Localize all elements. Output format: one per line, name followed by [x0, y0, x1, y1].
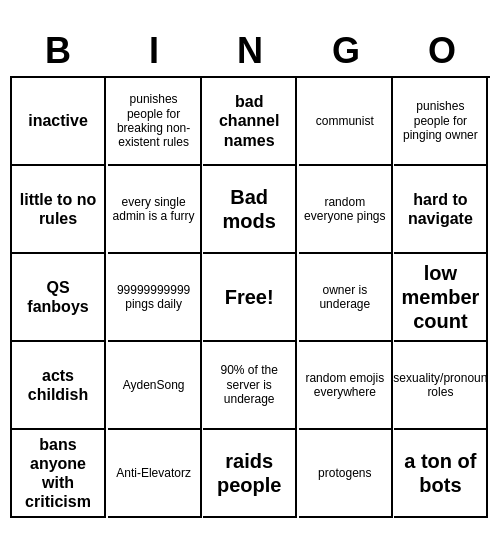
bingo-cell-19[interactable]: sexuality/pronoun roles	[394, 342, 488, 430]
bingo-cell-15[interactable]: acts childish	[12, 342, 106, 430]
bingo-cell-1[interactable]: punishes people for breaking non-existen…	[108, 78, 202, 166]
bingo-cell-16[interactable]: AydenSong	[108, 342, 202, 430]
bingo-cell-11[interactable]: 99999999999 pings daily	[108, 254, 202, 342]
bingo-cell-7[interactable]: Bad mods	[203, 166, 297, 254]
bingo-cell-21[interactable]: Anti-Elevatorz	[108, 430, 202, 518]
bingo-cell-10[interactable]: QS fanboys	[12, 254, 106, 342]
letter-g: G	[302, 30, 390, 72]
bingo-cell-9[interactable]: hard to navigate	[394, 166, 488, 254]
bingo-cell-4[interactable]: punishes people for pinging owner	[394, 78, 488, 166]
bingo-grid: inactivepunishes people for breaking non…	[10, 76, 490, 518]
bingo-card: B I N G O inactivepunishes people for br…	[10, 26, 490, 518]
bingo-cell-6[interactable]: every single admin is a furry	[108, 166, 202, 254]
letter-i: I	[110, 30, 198, 72]
letter-n: N	[206, 30, 294, 72]
bingo-cell-24[interactable]: a ton of bots	[394, 430, 488, 518]
bingo-cell-22[interactable]: raids people	[203, 430, 297, 518]
bingo-cell-18[interactable]: random emojis everywhere	[299, 342, 393, 430]
bingo-cell-17[interactable]: 90% of the server is underage	[203, 342, 297, 430]
bingo-cell-13[interactable]: owner is underage	[299, 254, 393, 342]
bingo-cell-20[interactable]: bans anyone with criticism	[12, 430, 106, 518]
letter-o: O	[398, 30, 486, 72]
bingo-cell-0[interactable]: inactive	[12, 78, 106, 166]
bingo-header: B I N G O	[10, 26, 490, 76]
bingo-cell-5[interactable]: little to no rules	[12, 166, 106, 254]
bingo-cell-2[interactable]: bad channel names	[203, 78, 297, 166]
bingo-cell-3[interactable]: communist	[299, 78, 393, 166]
bingo-cell-12[interactable]: Free!	[203, 254, 297, 342]
letter-b: B	[14, 30, 102, 72]
bingo-cell-14[interactable]: low member count	[394, 254, 488, 342]
bingo-cell-23[interactable]: protogens	[299, 430, 393, 518]
bingo-cell-8[interactable]: random everyone pings	[299, 166, 393, 254]
